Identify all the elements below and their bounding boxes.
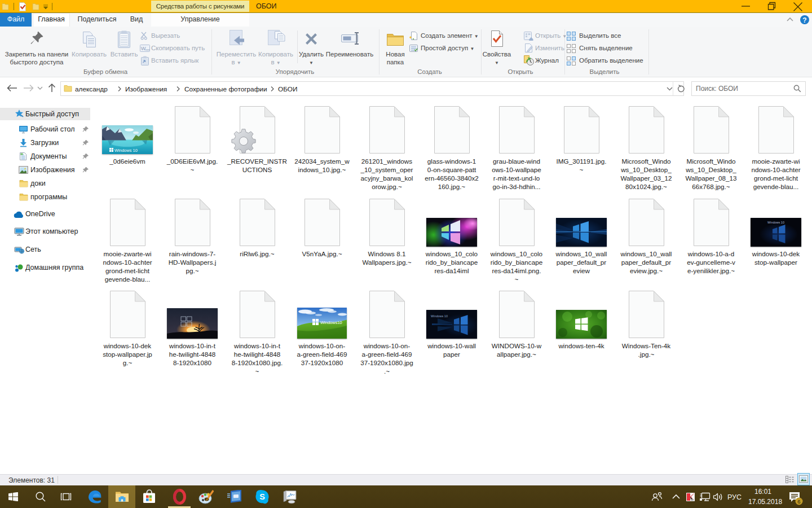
svg-text:Windows10: Windows10 <box>320 320 342 325</box>
svg-text:?: ? <box>802 16 806 24</box>
svg-text:W: W <box>141 46 146 51</box>
svg-text:Windows 10: Windows 10 <box>767 221 784 224</box>
svg-text:Windows 10: Windows 10 <box>431 314 448 318</box>
svg-text:6: 6 <box>797 498 800 505</box>
svg-text:Windows 10: Windows 10 <box>114 148 138 153</box>
svg-text:S: S <box>259 492 265 501</box>
